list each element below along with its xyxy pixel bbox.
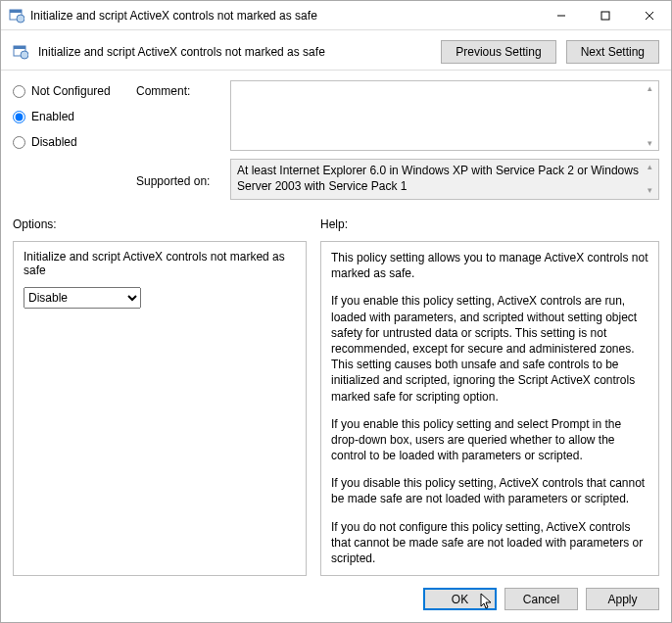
supported-label: Supported on: [136,170,224,188]
close-button[interactable] [627,1,671,30]
ok-button[interactable]: OK [423,588,497,610]
comment-label: Comment: [136,80,224,98]
help-paragraph: If you enable this policy setting, Activ… [331,293,648,404]
help-paragraph: If you do not configure this policy sett… [331,519,648,567]
options-label: Options: [13,217,307,231]
radio-label: Disabled [31,135,77,149]
policy-icon [13,44,28,60]
radio-enabled[interactable]: Enabled [13,110,130,123]
help-label: Help: [320,217,659,231]
comment-textarea[interactable]: ▴▾ [230,80,659,151]
options-panel: Initialize and script ActiveX controls n… [13,241,307,576]
header-row: Initialize and script ActiveX controls n… [1,30,671,71]
footer-buttons: OK Cancel Apply [1,576,671,622]
scrollbar[interactable]: ▴▾ [643,83,656,148]
config-area: Not Configured Enabled Disabled Comment:… [1,71,671,214]
radio-label: Enabled [31,110,74,123]
window-title: Initialize and script ActiveX controls n… [30,9,539,23]
radio-disabled[interactable]: Disabled [13,135,130,149]
svg-point-9 [21,51,28,59]
section-labels: Options: Help: [1,214,671,235]
scrollbar[interactable]: ▴▾ [643,162,656,197]
help-paragraph: If you enable this policy setting and se… [331,416,648,464]
next-setting-button[interactable]: Next Setting [566,40,659,64]
cancel-button[interactable]: Cancel [504,588,578,610]
svg-rect-4 [601,12,609,20]
policy-subtitle: Initialize and script ActiveX controls n… [38,45,431,59]
supported-text: At least Internet Explorer 6.0 in Window… [230,159,659,200]
svg-point-2 [17,15,24,23]
minimize-button[interactable] [539,1,583,30]
radio-label: Not Configured [31,84,111,98]
radio-not-configured[interactable]: Not Configured [13,84,130,98]
supported-value: At least Internet Explorer 6.0 in Window… [237,164,639,193]
state-radios: Not Configured Enabled Disabled [13,80,130,149]
help-paragraph: If you disable this policy setting, Acti… [331,475,648,506]
previous-setting-button[interactable]: Previous Setting [441,40,555,64]
help-paragraph: This policy setting allows you to manage… [331,250,648,281]
policy-icon [9,8,24,24]
option-name: Initialize and script ActiveX controls n… [24,250,296,277]
svg-rect-8 [14,46,25,49]
help-panel: This policy setting allows you to manage… [320,241,659,576]
titlebar: Initialize and script ActiveX controls n… [1,1,671,30]
panels: Initialize and script ActiveX controls n… [1,235,671,576]
maximize-button[interactable] [583,1,627,30]
apply-button[interactable]: Apply [586,588,659,610]
svg-rect-1 [10,10,22,13]
option-dropdown[interactable]: Disable [24,287,141,309]
